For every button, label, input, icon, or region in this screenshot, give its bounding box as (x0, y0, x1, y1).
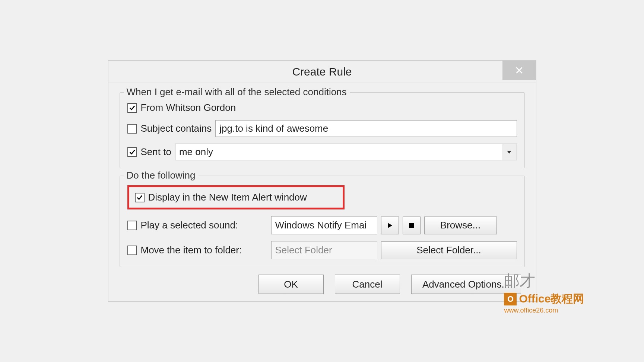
subject-row: Subject contains (127, 120, 517, 137)
create-rule-dialog: Create Rule When I get e-mail with all o… (108, 60, 536, 302)
svg-marker-2 (507, 151, 511, 154)
subject-checkbox[interactable] (127, 124, 137, 134)
cancel-button[interactable]: Cancel (335, 275, 400, 294)
dialog-title: Create Rule (292, 65, 352, 78)
actions-group: Do the following Display in the New Item… (120, 176, 525, 267)
from-checkbox[interactable] (127, 103, 137, 113)
sent-to-value: me only (175, 144, 502, 160)
sent-to-dropdown-button[interactable] (502, 144, 517, 160)
subject-input[interactable] (215, 120, 517, 137)
titlebar: Create Rule (108, 61, 536, 83)
play-sound-button[interactable] (381, 217, 399, 234)
watermark-text-bot: www.office26.com (504, 307, 558, 314)
sent-to-checkbox[interactable] (127, 147, 137, 157)
close-button[interactable] (502, 61, 536, 80)
sent-to-combo[interactable]: me only (175, 144, 517, 160)
actions-legend: Do the following (124, 170, 199, 181)
ok-button[interactable]: OK (258, 275, 324, 294)
checkmark-icon (136, 194, 143, 201)
display-alert-label: Display in the New Item Alert window (148, 192, 307, 203)
play-sound-label: Play a selected sound: (141, 220, 267, 231)
move-folder-checkbox[interactable] (127, 246, 137, 255)
select-folder-button[interactable]: Select Folder... (381, 241, 517, 259)
watermark-text-mid: O Office教程网 (504, 291, 584, 307)
sent-to-row: Sent to me only (127, 144, 517, 160)
from-row: From Whitson Gordon (127, 102, 517, 113)
chevron-down-icon (506, 150, 512, 154)
dialog-buttons: OK Cancel Advanced Options... (120, 275, 525, 294)
display-alert-checkbox[interactable] (135, 193, 145, 202)
checkmark-icon (129, 105, 136, 111)
conditions-legend: When I get e-mail with all of the select… (124, 86, 350, 98)
stop-icon (409, 223, 414, 228)
sound-name-display: Windows Notify Emai (271, 216, 377, 234)
checkmark-icon (129, 149, 136, 156)
move-folder-label: Move the item to folder: (141, 244, 267, 256)
from-label: From Whitson Gordon (141, 102, 236, 113)
stop-sound-button[interactable] (403, 217, 421, 234)
svg-rect-4 (409, 223, 414, 228)
subject-label: Subject contains (141, 123, 212, 134)
browse-sound-button[interactable]: Browse... (424, 217, 497, 234)
sent-to-label: Sent to (141, 146, 171, 158)
play-icon (387, 222, 393, 229)
dialog-content: When I get e-mail with all of the select… (108, 83, 536, 301)
watermark-text-top: 邮才 (504, 270, 535, 291)
folder-display: Select Folder (271, 241, 377, 259)
display-alert-highlight: Display in the New Item Alert window (127, 185, 345, 209)
play-sound-checkbox[interactable] (127, 221, 137, 230)
play-sound-row: Play a selected sound: Windows Notify Em… (127, 216, 517, 234)
conditions-group: When I get e-mail with all of the select… (120, 92, 525, 168)
svg-marker-3 (388, 223, 392, 228)
watermark: 邮才 O Office教程网 www.office26.com (504, 270, 584, 314)
watermark-brand: Office教程网 (519, 291, 584, 307)
move-folder-row: Move the item to folder: Select Folder S… (127, 241, 517, 259)
watermark-badge: O (504, 293, 517, 305)
close-icon (515, 66, 523, 74)
